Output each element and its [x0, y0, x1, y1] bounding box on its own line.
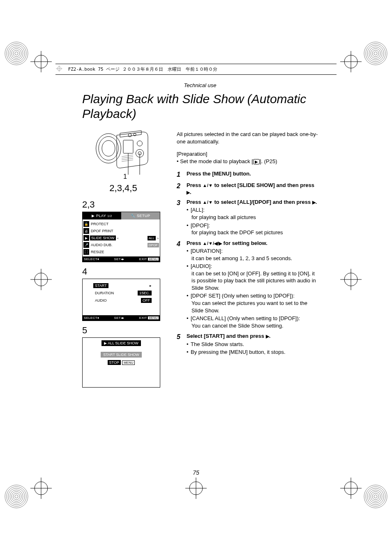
svg-point-6	[15, 52, 18, 55]
svg-line-63	[122, 158, 133, 160]
step-number: 4	[177, 240, 182, 330]
preparation-text-1: • Set the mode dial to playback [	[177, 158, 253, 164]
svg-point-8	[366, 44, 385, 63]
step-1-text: Press the [MENU] button.	[187, 171, 251, 177]
menu-block-label-1: 2,3	[82, 199, 164, 210]
svg-point-14	[5, 485, 28, 508]
svg-point-24	[369, 490, 382, 503]
svg-point-23	[367, 488, 384, 505]
svg-point-9	[367, 45, 384, 62]
preparation-text-2: ]. (P25)	[260, 158, 277, 164]
page-title: Playing Back with Slide Show (Automatic …	[82, 92, 318, 121]
svg-point-17	[10, 490, 23, 503]
svg-point-15	[7, 487, 26, 506]
registration-circles-bottom-left	[4, 484, 29, 509]
svg-point-43	[344, 482, 357, 495]
step-number: 1	[177, 170, 182, 179]
resize-icon: ⛶	[83, 249, 89, 255]
registration-mark-icon	[29, 476, 53, 501]
svg-point-25	[371, 492, 380, 501]
print-header: FZ2-A.book 75 ページ ２００３年８月６日 水曜日 午前１０時０分	[55, 64, 337, 75]
svg-point-55	[128, 134, 131, 137]
svg-point-57	[137, 141, 143, 146]
svg-point-54	[102, 141, 115, 156]
registration-circles-bottom-right	[363, 484, 388, 509]
up-down-icon: ▲/▼	[203, 183, 213, 188]
svg-point-46	[189, 482, 203, 495]
updown-icon: ♦	[97, 316, 99, 320]
svg-point-22	[366, 487, 385, 506]
page-number: 75	[0, 469, 392, 476]
svg-point-4	[12, 48, 21, 58]
svg-point-20	[15, 495, 18, 498]
section-label: Technical use	[82, 82, 318, 88]
leftright-icon: ◂▸	[121, 257, 125, 261]
menu-block-label-2: 4	[82, 266, 164, 277]
slide-show-icon: ▶	[83, 235, 89, 241]
svg-text:1: 1	[123, 173, 127, 180]
registration-circles-top-right	[363, 41, 388, 66]
camera-callout-2: 2,3,4,5	[82, 183, 164, 194]
right-icon: ▶	[187, 190, 190, 195]
svg-point-2	[8, 45, 25, 62]
registration-mark-icon	[29, 49, 53, 74]
svg-point-7	[364, 42, 387, 65]
svg-point-27	[374, 495, 377, 498]
svg-point-52	[96, 134, 121, 163]
right-arrow-icon: ▸	[157, 236, 159, 240]
lcd-menu-slideshow: ▶ ALL SLIDE SHOW START SLIDE SHOW STOP M…	[82, 337, 160, 388]
protect-icon: 🔒	[83, 221, 89, 227]
svg-point-5	[13, 50, 20, 57]
preparation-label: [Preparation]	[177, 151, 207, 157]
right-arrow-icon: ▸	[150, 284, 152, 288]
up-down-icon: ▲/▼	[203, 200, 213, 205]
play-tab-icon: ▶	[92, 214, 95, 218]
svg-point-21	[364, 485, 387, 508]
svg-point-10	[369, 47, 382, 60]
step-number: 5	[177, 332, 182, 357]
svg-line-62	[122, 157, 133, 158]
svg-point-19	[13, 493, 20, 500]
slide-show-icon: ▶	[104, 341, 108, 345]
svg-point-3	[10, 47, 23, 60]
registration-mark-icon	[29, 267, 53, 292]
lcd-tab-setup: 🔧 SETUP	[121, 212, 160, 219]
nav-cross-icon: ▲/▼/◀/▶	[203, 241, 222, 246]
step-number: 2	[177, 182, 182, 196]
camera-illustration: 1 2,3,4,5	[82, 125, 164, 194]
svg-point-31	[344, 55, 357, 68]
svg-point-40	[35, 482, 48, 495]
svg-point-26	[372, 493, 379, 500]
registration-mark-icon	[339, 476, 363, 501]
right-icon: ▶	[266, 334, 269, 339]
lcd-tab-play: ▶ PLAY 1/2	[83, 212, 121, 219]
setup-tab-icon: 🔧	[131, 214, 136, 218]
print-header-text: FZ2-A.book 75 ページ ２００３年８月６日 水曜日 午前１０時０分	[68, 67, 217, 72]
dpof-print-icon: 🖨	[83, 228, 89, 234]
registration-circles-top-left	[4, 41, 29, 66]
lcd-menu-settings: START▸ DURATION1SEC. AUDIOOFF SELECT♦ SE…	[82, 279, 160, 321]
updown-icon: ♦	[97, 257, 99, 261]
svg-point-28	[35, 55, 48, 68]
leftright-icon: ◂▸	[121, 316, 125, 320]
svg-rect-60	[123, 140, 133, 153]
svg-line-61	[122, 155, 133, 157]
svg-point-11	[371, 48, 380, 58]
svg-point-37	[344, 273, 357, 286]
svg-point-12	[372, 50, 379, 57]
svg-point-0	[5, 42, 28, 65]
right-icon: ▶	[312, 200, 316, 205]
registration-mark-icon	[339, 267, 363, 292]
playback-icon: ▶	[253, 159, 260, 164]
svg-point-53	[99, 136, 118, 160]
svg-point-34	[35, 273, 48, 286]
registration-mark-icon	[339, 49, 363, 74]
left-arrow-icon: ◂	[117, 236, 118, 240]
svg-point-1	[7, 44, 26, 63]
audio-dub-icon: 🎤	[83, 242, 89, 248]
svg-point-18	[12, 492, 21, 501]
svg-point-13	[374, 52, 377, 55]
lcd-menu-play: ▶ PLAY 1/2 🔧 SETUP 🔒PROTECT 🖨DPOF PRINT	[82, 212, 160, 262]
menu-block-label-3: 5	[82, 325, 164, 336]
svg-point-16	[8, 488, 25, 505]
